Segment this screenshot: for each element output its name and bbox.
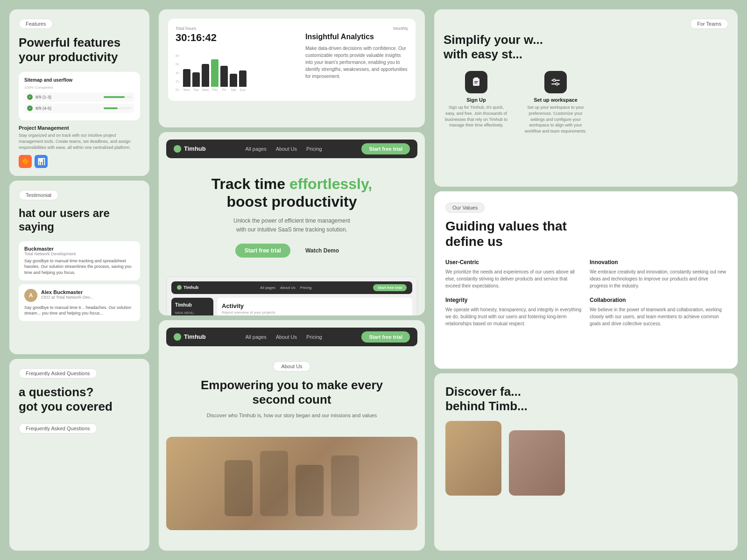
hero-start-btn[interactable]: Start free trial [235, 244, 290, 258]
about-nav-allpages[interactable]: All pages [246, 334, 267, 340]
about-nav-cta[interactable]: Start free trial [361, 331, 410, 343]
values-section: Our Values Guiding values that define us… [434, 191, 738, 369]
bar-tue [192, 72, 200, 87]
discover-person-2 [509, 430, 565, 496]
bar-group: Fri [220, 66, 228, 92]
discover-section: Discover fa... behind Timb... [434, 373, 738, 551]
center-column: Total hours 30:16:42 8h6h4h2h0hMonTueWed… [154, 0, 430, 560]
svg-rect-2 [474, 81, 478, 82]
signup-icon [465, 71, 487, 93]
bar-group: Sun [239, 70, 247, 91]
analytics-section: Total hours 30:16:42 8h6h4h2h0hMonTueWed… [159, 9, 425, 127]
simplify-badge: For Teams [690, 19, 728, 29]
main-layout: Features Powerful features your producti… [0, 0, 747, 560]
person-1 [225, 460, 253, 516]
simplify-item-signup: Sign Up Sign up for Timhub, It's quick, … [444, 71, 509, 134]
check-icon-1: ✓ [27, 94, 33, 100]
simplify-item-workspace: Set up workspace Set up your workspace t… [523, 71, 588, 134]
screenshot-inner: Timhub MAIN MENU Dashboard Projects Acti… [171, 298, 412, 315]
features-card-header: Sitemap and userflow [24, 77, 134, 83]
bar-group: Sat [230, 74, 237, 91]
y-axis: 8h6h4h2h0h [176, 54, 181, 91]
person-4 [331, 455, 359, 516]
bar-fri [220, 66, 228, 87]
bar-group: Wed [202, 64, 209, 91]
hero-buttons: Start free trial Watch Demo [185, 244, 399, 258]
bar-group: Thu [211, 59, 218, 92]
app-icon-2: 📊 [35, 155, 48, 168]
about-nav-links: All pages About Us Pricing [246, 334, 322, 340]
about-navbar: Timhub All pages About Us Pricing Start … [166, 328, 417, 346]
bar-wed [202, 64, 209, 87]
values-badge: Our Values [445, 203, 485, 213]
hero-nav-links: All pages About Us Pricing [246, 146, 322, 152]
screenshot-logo: Timhub [177, 285, 198, 290]
analytics-inner: Total hours 30:16:42 8h6h4h2h0hMonTueWed… [168, 19, 416, 101]
value-user-centric: User-Centric We prioritize the needs and… [445, 259, 582, 289]
screenshot-logo-dot [177, 285, 182, 290]
screenshot-nav-cta: Start free trial [373, 284, 407, 291]
left-column: Features Powerful features your producti… [0, 0, 154, 560]
check-icon-2: ✓ [27, 105, 33, 111]
app-icon-1: 🔶 [19, 155, 32, 168]
workspace-icon [544, 71, 567, 93]
bar-chart: 8h6h4h2h0hMonTueWedThuFriSatSun [176, 49, 296, 91]
features-badge: Features [19, 19, 53, 29]
simplify-badge-area: For Teams [444, 19, 728, 29]
hero-navbar: Timhub All pages About Us Pricing Start … [166, 140, 417, 158]
testimonial-person: A Alex Buckmaster CEO at Total Network D… [24, 289, 134, 302]
faq-title: a questions? got you covered [19, 385, 140, 414]
pm-desc: Stay organized and on track with our int… [19, 133, 140, 150]
nav-cta-hero[interactable]: Start free trial [361, 143, 410, 154]
right-column: For Teams Simplify your w... with easy s… [430, 0, 747, 560]
hero-screenshot: Timhub All pages About Us Pricing Start … [166, 276, 417, 315]
chart-area: Total hours 30:16:42 8h6h4h2h0hMonTueWed… [176, 26, 296, 93]
values-grid: User-Centric We prioritize the needs and… [445, 259, 726, 327]
features-section: Features Powerful features your producti… [9, 9, 149, 176]
discover-title: Discover fa... behind Timb... [445, 385, 726, 413]
testimonial-section: Testimonial hat our users are saying Buc… [9, 181, 149, 354]
about-nav-pricing[interactable]: Pricing [306, 334, 322, 340]
value-innovation: Innovation We embrace creativity and inn… [590, 259, 726, 289]
about-logo-dot [174, 333, 181, 341]
logo-dot [174, 145, 181, 153]
nav-link-allpages[interactable]: All pages [246, 146, 267, 152]
hero-content: Track time effortlessly, boost productiv… [166, 166, 417, 276]
person-3 [296, 465, 324, 516]
svg-point-7 [556, 83, 558, 85]
hero-section: Timhub All pages About Us Pricing Start … [159, 132, 425, 315]
simplify-section: For Teams Simplify your w... with easy s… [434, 9, 738, 187]
discover-person-1 [445, 421, 501, 496]
about-title: Empowering you to make every second coun… [185, 378, 399, 407]
svg-rect-0 [473, 78, 479, 86]
features-card: Sitemap and userflow 100% Completed ✓ 8/… [19, 72, 140, 120]
person-2 [260, 451, 288, 516]
value-integrity: Integrity We operate with honesty, trans… [445, 297, 582, 327]
screenshot-nav-links: All pages About Us Pricing [260, 286, 311, 290]
about-logo: Timhub [174, 333, 206, 341]
testimonial-cards: Buckmaster Total Network Development Say… [19, 241, 140, 321]
testimonial-card-1: Buckmaster Total Network Development Say… [19, 241, 140, 280]
values-title: Guiding values that define us [445, 218, 726, 250]
about-content: About Us Empowering you to make every se… [166, 354, 417, 437]
svg-point-5 [553, 79, 556, 82]
about-badge: About Us [273, 361, 310, 371]
hero-demo-btn[interactable]: Watch Demo [296, 244, 348, 258]
screenshot-nav: Timhub All pages About Us Pricing Start … [171, 281, 412, 294]
faq-badge-top: Frequently Asked Questions [19, 368, 97, 378]
nav-link-pricing[interactable]: Pricing [306, 146, 322, 152]
bar-sat [230, 74, 237, 87]
bar-sun [239, 70, 247, 87]
sidebar-mini: Timhub MAIN MENU Dashboard Projects Acti… [171, 298, 213, 315]
bar-group: Tue [192, 72, 200, 92]
app-icons: 🔶 📊 [19, 155, 140, 168]
bar-thu [211, 59, 218, 87]
hero-subtitle: Unlock the power of efficient time manag… [185, 217, 399, 234]
about-nav-about[interactable]: About Us [276, 334, 297, 340]
about-section: Timhub All pages About Us Pricing Start … [159, 320, 425, 551]
nav-link-about[interactable]: About Us [276, 146, 297, 152]
svg-rect-3 [474, 83, 477, 84]
testimonial-badge: Testimonial [19, 190, 58, 200]
bar-group: Mon [183, 69, 190, 92]
hero-title: Track time effortlessly, boost productiv… [185, 175, 399, 211]
